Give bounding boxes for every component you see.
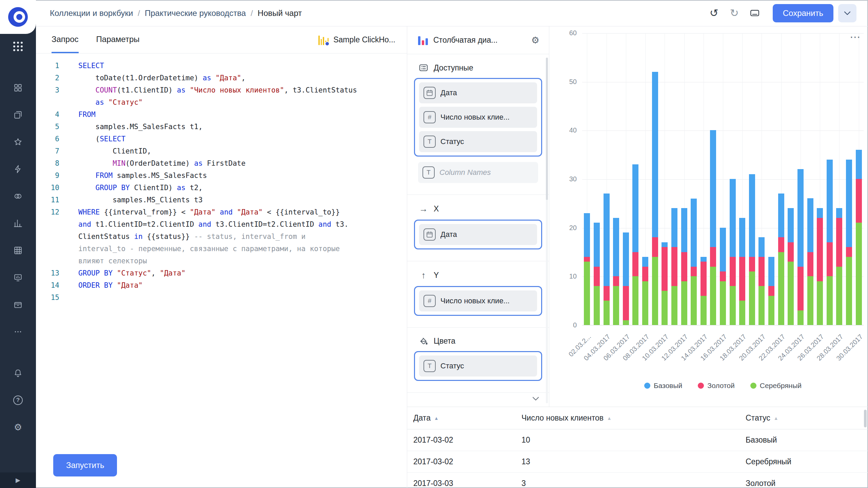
code-line[interactable]: 9 FROM samples.MS_SalesFacts bbox=[36, 169, 407, 182]
chart-bar[interactable] bbox=[730, 179, 736, 325]
field-pill-status-colors[interactable]: T Статус bbox=[419, 355, 537, 377]
chart-bar[interactable] bbox=[662, 242, 668, 325]
chart-bar[interactable] bbox=[642, 257, 648, 325]
sidebar-expand-button[interactable]: ▶ bbox=[0, 472, 36, 488]
chart-bar[interactable] bbox=[681, 208, 687, 325]
table-grid-icon[interactable] bbox=[9, 242, 26, 259]
save-button[interactable]: Сохранить bbox=[773, 4, 833, 22]
column-header-new-clients[interactable]: Число новых клиентов ▲ bbox=[521, 413, 746, 423]
chart-bar[interactable] bbox=[856, 150, 862, 325]
chart-bar[interactable] bbox=[758, 237, 765, 325]
legend-item[interactable]: Серебряный bbox=[750, 382, 802, 390]
chart-bar[interactable] bbox=[827, 160, 833, 325]
field-pill-date[interactable]: Дата bbox=[419, 82, 537, 103]
chart-bar[interactable] bbox=[691, 199, 697, 325]
collections-icon[interactable] bbox=[9, 106, 26, 123]
field-pill-placeholder[interactable]: T Column Names bbox=[418, 162, 538, 183]
chart-bar[interactable] bbox=[604, 194, 610, 325]
chart-bar[interactable] bbox=[739, 218, 745, 325]
code-line[interactable]: влияют селекторы bbox=[36, 255, 407, 267]
code-line[interactable]: 3 COUNT(t1.ClientID) as "Число новых кли… bbox=[36, 84, 407, 96]
breadcrumb-guides[interactable]: Практические руководства bbox=[145, 8, 246, 18]
field-pill-new-clients-y[interactable]: # Число новых клие... bbox=[419, 290, 537, 311]
x-shelf-dropzone[interactable]: Дата bbox=[414, 220, 542, 249]
sql-editor[interactable]: 1SELECT2 toDate(t1.OrderDatetime) as "Да… bbox=[36, 54, 407, 488]
chart-bar[interactable] bbox=[623, 232, 629, 325]
available-fields-dropzone[interactable]: Дата # Число новых клие... T Статус bbox=[414, 78, 542, 157]
chart-bar[interactable] bbox=[846, 160, 852, 325]
chart-bar[interactable] bbox=[613, 218, 619, 325]
chart-bar[interactable] bbox=[749, 174, 755, 325]
code-line[interactable]: 15 bbox=[36, 291, 407, 304]
chart-settings-gear-icon[interactable]: ⚙ bbox=[531, 35, 539, 46]
chart-bar[interactable] bbox=[788, 208, 794, 325]
chart-bar[interactable] bbox=[652, 72, 658, 325]
chart-bar[interactable] bbox=[594, 223, 600, 325]
code-line[interactable]: 10 GROUP BY ClientID) as t2, bbox=[36, 182, 407, 194]
chart-type-selector[interactable]: Столбчатая диа... bbox=[433, 36, 526, 45]
code-line[interactable]: 2 toDate(t1.OrderDatetime) as "Дата", bbox=[36, 72, 407, 84]
scroll-more-chevron-icon[interactable] bbox=[532, 396, 539, 402]
chart-bar[interactable] bbox=[797, 169, 804, 325]
chart-bar[interactable] bbox=[836, 208, 842, 325]
chart-bar[interactable] bbox=[632, 164, 638, 325]
undo-icon[interactable]: ↺ bbox=[706, 5, 722, 21]
chart-bar[interactable] bbox=[720, 228, 726, 325]
apps-grid-icon[interactable] bbox=[9, 38, 26, 55]
code-line[interactable]: and t1.ClientID=t2.ClientID and t3.Clien… bbox=[36, 218, 407, 230]
code-line[interactable]: 11 samples.MS_Clients t3 bbox=[36, 194, 407, 206]
chart-bar[interactable] bbox=[817, 208, 823, 325]
chart-bar[interactable] bbox=[768, 257, 774, 325]
code-line[interactable]: 1SELECT bbox=[36, 60, 407, 72]
chart-bar[interactable] bbox=[807, 198, 813, 325]
code-line[interactable]: 6 (SELECT bbox=[36, 133, 407, 145]
storage-box-icon[interactable] bbox=[9, 296, 26, 313]
code-line[interactable]: interval_to - переменные, связанные с па… bbox=[36, 243, 407, 255]
breadcrumb-collections[interactable]: Коллекции и воркбуки bbox=[50, 8, 133, 18]
datasets-rings-icon[interactable] bbox=[9, 188, 26, 205]
legend-item[interactable]: Золотой bbox=[698, 382, 734, 390]
code-line[interactable]: 13GROUP BY "Статус", "Дата" bbox=[36, 267, 407, 279]
connection-selector[interactable]: Sample ClickHo... bbox=[318, 26, 395, 53]
code-line[interactable]: 8 MIN(OrderDatetime) as FirstDate bbox=[36, 157, 407, 169]
code-line[interactable]: 14ORDER BY "Дата" bbox=[36, 279, 407, 291]
y-shelf-dropzone[interactable]: # Число новых клие... bbox=[414, 286, 542, 316]
help-question-icon[interactable]: ? bbox=[9, 392, 26, 409]
code-line[interactable]: 7 ClientID, bbox=[36, 145, 407, 157]
fields-scrollbar[interactable] bbox=[546, 58, 548, 403]
table-scrollbar[interactable] bbox=[864, 410, 867, 427]
keyboard-icon[interactable] bbox=[747, 5, 763, 21]
settings-gear-icon[interactable]: ⚙ bbox=[9, 419, 26, 436]
notifications-bell-icon[interactable] bbox=[9, 365, 26, 382]
chart-bar[interactable] bbox=[584, 213, 590, 325]
code-line[interactable]: 5 samples.MS_SalesFacts t1, bbox=[36, 121, 407, 133]
chart-bar[interactable] bbox=[671, 208, 677, 325]
code-line[interactable]: as "Статус" bbox=[36, 96, 407, 108]
run-button[interactable]: Запустить bbox=[53, 454, 117, 476]
chart-bar[interactable] bbox=[701, 257, 707, 325]
favorites-star-icon[interactable] bbox=[9, 134, 26, 150]
tab-parameters[interactable]: Параметры bbox=[96, 26, 140, 53]
code-line[interactable]: 12WHERE {{interval_from}} < "Дата" and "… bbox=[36, 206, 407, 218]
column-header-date[interactable]: Дата ▲ bbox=[413, 413, 521, 423]
chart-bar[interactable] bbox=[778, 194, 784, 325]
tab-query[interactable]: Запрос bbox=[52, 26, 79, 53]
charts-icon[interactable] bbox=[9, 215, 26, 232]
field-pill-new-clients[interactable]: # Число новых клие... bbox=[419, 107, 537, 128]
column-header-status[interactable]: Статус ▲ bbox=[746, 413, 868, 423]
colors-shelf-dropzone[interactable]: T Статус bbox=[414, 351, 542, 381]
code-line[interactable]: ClientStatus in {{status}} -- status, in… bbox=[36, 230, 407, 243]
chart-bar[interactable] bbox=[710, 130, 716, 325]
code-line[interactable]: 4FROM bbox=[36, 108, 407, 121]
datalens-logo[interactable] bbox=[0, 0, 36, 34]
redo-icon[interactable]: ↻ bbox=[727, 5, 742, 21]
connections-lightning-icon[interactable] bbox=[9, 161, 26, 178]
save-more-button[interactable] bbox=[838, 4, 856, 22]
legend-item[interactable]: Базовый bbox=[644, 382, 682, 390]
field-pill-date-x[interactable]: Дата bbox=[419, 224, 537, 245]
dashboard-icon[interactable] bbox=[9, 79, 26, 96]
chart-menu-button[interactable]: ⋯ bbox=[850, 30, 861, 43]
monitor-chart-icon[interactable] bbox=[9, 269, 26, 286]
field-pill-status[interactable]: T Статус bbox=[419, 131, 537, 152]
more-ellipsis-icon[interactable] bbox=[9, 323, 26, 340]
